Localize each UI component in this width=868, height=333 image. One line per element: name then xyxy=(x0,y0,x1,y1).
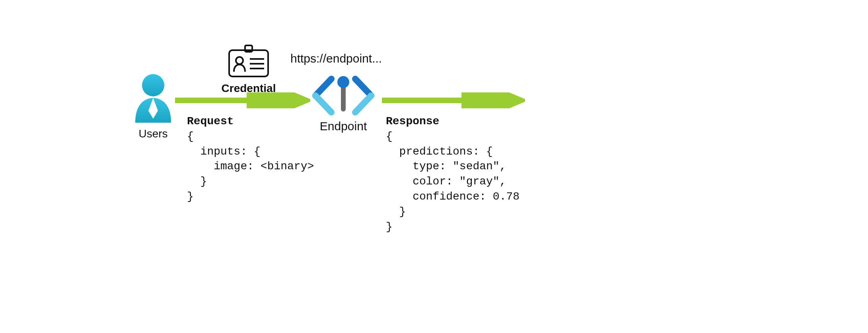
credential-icon xyxy=(227,45,271,79)
svg-point-9 xyxy=(337,76,349,88)
svg-point-4 xyxy=(236,57,243,64)
endpoint-node: Endpoint xyxy=(306,76,381,133)
response-title: Response xyxy=(386,114,520,129)
arrow-request xyxy=(175,92,310,108)
request-block: Request { inputs: { image: <binary> } } xyxy=(187,114,314,204)
request-body: { inputs: { image: <binary> } } xyxy=(187,129,314,204)
diagram-stage: Users Credential https://endpoint... xyxy=(0,0,868,333)
user-label: Users xyxy=(127,127,179,140)
credential-node: Credential xyxy=(217,45,280,95)
user-icon xyxy=(129,72,177,123)
svg-point-0 xyxy=(142,74,164,96)
endpoint-label: Endpoint xyxy=(306,119,381,133)
request-title: Request xyxy=(187,114,314,129)
response-body: { predictions: { type: "sedan", color: "… xyxy=(386,129,520,235)
user-node: Users xyxy=(127,72,179,140)
response-block: Response { predictions: { type: "sedan",… xyxy=(386,114,520,234)
arrow-response xyxy=(382,92,525,108)
credential-label: Credential xyxy=(217,82,280,95)
endpoint-url: https://endpoint... xyxy=(290,52,382,65)
endpoint-icon xyxy=(307,76,379,116)
